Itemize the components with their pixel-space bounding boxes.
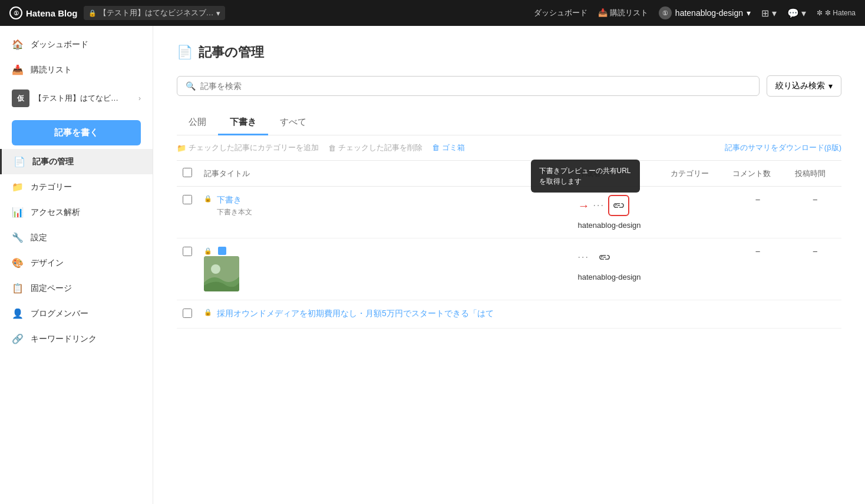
row2-checkbox[interactable] bbox=[183, 247, 192, 256]
row3-checkbox-cell bbox=[177, 300, 198, 329]
tab-public[interactable]: 公開 bbox=[177, 111, 218, 135]
thumbnail-image bbox=[204, 256, 239, 291]
sidebar-label-categories: カテゴリー bbox=[31, 182, 72, 193]
select-all-checkbox[interactable] bbox=[183, 168, 192, 177]
write-article-button[interactable]: 記事を書く bbox=[12, 120, 141, 145]
row1-more-button[interactable]: ··· bbox=[593, 200, 605, 211]
grid-icon[interactable]: ⊞ ▾ bbox=[761, 8, 776, 19]
sidebar-label-members: ブログメンバー bbox=[31, 309, 88, 319]
row2-comments-cell: – bbox=[727, 238, 788, 300]
home-icon: 🏠 bbox=[12, 39, 24, 50]
th-time: 投稿時間 bbox=[789, 161, 841, 187]
link-icon: 🔗 bbox=[12, 333, 24, 344]
row2-share-link-button[interactable] bbox=[594, 247, 615, 268]
row2-badge-row: 🔒 bbox=[204, 247, 566, 255]
sidebar-label-design: デザイン bbox=[31, 258, 64, 268]
hatena-logo: ✼ ✼ Hatena bbox=[817, 9, 856, 17]
chat-icon[interactable]: 💬 ▾ bbox=[787, 8, 806, 19]
row3-comments-cell bbox=[727, 300, 788, 329]
tab-draft[interactable]: 下書き bbox=[218, 111, 268, 135]
sidebar-label-articles: 記事の管理 bbox=[32, 157, 74, 167]
row1-actions: → ··· bbox=[578, 195, 629, 216]
sidebar-label-dashboard: ダッシュボード bbox=[31, 39, 88, 50]
add-category-button[interactable]: 📁 チェックした記事にカテゴリーを追加 bbox=[177, 142, 319, 153]
row1-subtitle: 下書き本文 bbox=[217, 207, 252, 217]
chart-icon: 📊 bbox=[12, 207, 24, 218]
row2-more-button[interactable]: ··· bbox=[578, 252, 589, 263]
row1-checkbox[interactable] bbox=[183, 195, 192, 204]
row2-category-cell bbox=[665, 238, 727, 300]
sidebar-item-dashboard[interactable]: 🏠 ダッシュボード bbox=[0, 32, 153, 57]
row2-title-cell: 🔒 bbox=[198, 238, 572, 300]
site-name: Hatena Blog bbox=[26, 8, 78, 18]
sidebar-item-categories[interactable]: 📁 カテゴリー bbox=[0, 174, 153, 200]
sidebar-label-keyword-link: キーワードリンク bbox=[31, 334, 97, 344]
search-box: 🔍 bbox=[177, 76, 760, 96]
row1-title-link[interactable]: 下書き bbox=[217, 195, 242, 204]
search-area: 🔍 絞り込み検索 ▾ bbox=[177, 75, 841, 97]
delete-checked-button[interactable]: 🗑 チェックした記事を削除 bbox=[328, 142, 422, 153]
articles-list: 🔒 下書き 下書き本文 下書きプレビューの共有URLを取得します bbox=[177, 187, 841, 329]
folder-icon: 📁 bbox=[177, 144, 186, 152]
row1-time-cell: – bbox=[789, 187, 841, 238]
sidebar-item-members[interactable]: 👤 ブログメンバー bbox=[0, 301, 153, 326]
lock-icon: 🔒 bbox=[204, 309, 212, 316]
blog-name-selector[interactable]: 🔒 【テスト用】はてなビジネスブ… ▾ bbox=[84, 6, 225, 20]
user-name-text: hatenablog-design bbox=[675, 8, 743, 18]
folder-icon: 📁 bbox=[12, 181, 24, 193]
trash-icon-2: 🗑 bbox=[432, 143, 440, 152]
page-title-area: 📄 記事の管理 bbox=[177, 44, 841, 61]
chevron-down-icon: ▾ bbox=[747, 8, 751, 18]
sidebar-item-articles[interactable]: 📄 記事の管理 bbox=[0, 149, 153, 174]
row1-action-area: 下書きプレビューの共有URLを取得します → ··· bbox=[578, 195, 629, 216]
article-tabs: 公開 下書き すべて bbox=[177, 111, 841, 135]
download-summary-link[interactable]: 記事のサマリをダウンロード(β版) bbox=[725, 142, 841, 153]
table-header: 記事タイトル 作成者 カテゴリー コメント数 投稿時間 bbox=[177, 161, 841, 187]
sidebar-item-reading-list[interactable]: 📥 購読リスト bbox=[0, 57, 153, 82]
row3-author-cell bbox=[572, 300, 665, 329]
row2-thumbnail bbox=[204, 256, 239, 291]
palette-icon: 🎨 bbox=[12, 257, 24, 268]
trash-link[interactable]: 🗑 ゴミ箱 bbox=[432, 142, 465, 153]
table-row: 🔒 採用オウンドメディアを初期費用なし・月額5万円でスタートできる「はて bbox=[177, 300, 841, 329]
blog-avatar-icon: 仮 bbox=[12, 89, 29, 107]
chevron-down-icon: ▾ bbox=[828, 81, 833, 91]
sidebar-label-settings: 設定 bbox=[31, 233, 47, 243]
sidebar-item-design[interactable]: 🎨 デザイン bbox=[0, 250, 153, 276]
nav-dashboard-link[interactable]: ダッシュボード bbox=[534, 8, 587, 18]
row2-author-cell: ··· hatenablog-design bbox=[572, 238, 665, 300]
site-logo: ① Hatena Blog bbox=[9, 6, 78, 19]
row3-checkbox[interactable] bbox=[183, 309, 192, 318]
sidebar-item-fixed-pages[interactable]: 📋 固定ページ bbox=[0, 276, 153, 301]
lock-icon: 🔒 bbox=[88, 9, 97, 17]
nav-reading-list-link[interactable]: 📥 購読リスト bbox=[598, 8, 648, 18]
chain-link-icon bbox=[599, 254, 610, 261]
wrench-icon: 🔧 bbox=[12, 232, 24, 243]
th-category: カテゴリー bbox=[665, 161, 727, 187]
user-menu[interactable]: ① hatenablog-design ▾ bbox=[659, 6, 751, 19]
chevron-right-icon: › bbox=[138, 94, 141, 102]
row3-title-cell: 🔒 採用オウンドメディアを初期費用なし・月額5万円でスタートできる「はて bbox=[198, 300, 572, 329]
top-nav-left: ① Hatena Blog 🔒 【テスト用】はてなビジネスブ… ▾ bbox=[9, 6, 524, 20]
sidebar-item-keyword-link[interactable]: 🔗 キーワードリンク bbox=[0, 326, 153, 352]
row2-title-content bbox=[204, 256, 566, 291]
sidebar-blog-selector[interactable]: 仮 【テスト用】はてなビ… › bbox=[0, 82, 153, 114]
page-layout: 🏠 ダッシュボード 📥 購読リスト 仮 【テスト用】はてなビ… › 記事を書く … bbox=[0, 26, 865, 504]
blog-name-text: 【テスト用】はてなビジネスブ… bbox=[99, 8, 214, 18]
chevron-down-icon: ▾ bbox=[216, 9, 220, 18]
sidebar-label-analytics: アクセス解析 bbox=[31, 207, 80, 218]
row3-title-link[interactable]: 採用オウンドメディアを初期費用なし・月額5万円でスタートできる「はて bbox=[217, 309, 494, 319]
filter-label: 絞り込み検索 bbox=[775, 81, 825, 91]
filter-button[interactable]: 絞り込み検索 ▾ bbox=[767, 75, 841, 97]
row3-category-cell bbox=[665, 300, 727, 329]
search-input[interactable] bbox=[200, 81, 751, 91]
row1-share-link-button[interactable] bbox=[608, 195, 629, 216]
row1-title-cell: 🔒 下書き 下書き本文 bbox=[198, 187, 572, 238]
th-title: 記事タイトル bbox=[198, 161, 572, 187]
sidebar-item-analytics[interactable]: 📊 アクセス解析 bbox=[0, 200, 153, 225]
articles-toolbar: 📁 チェックした記事にカテゴリーを追加 🗑 チェックした記事を削除 🗑 ゴミ箱 … bbox=[177, 135, 841, 161]
th-select-all bbox=[177, 161, 198, 187]
sidebar-item-settings[interactable]: 🔧 設定 bbox=[0, 225, 153, 250]
sidebar-label-fixed-pages: 固定ページ bbox=[31, 283, 72, 294]
tab-all[interactable]: すべて bbox=[268, 111, 318, 135]
